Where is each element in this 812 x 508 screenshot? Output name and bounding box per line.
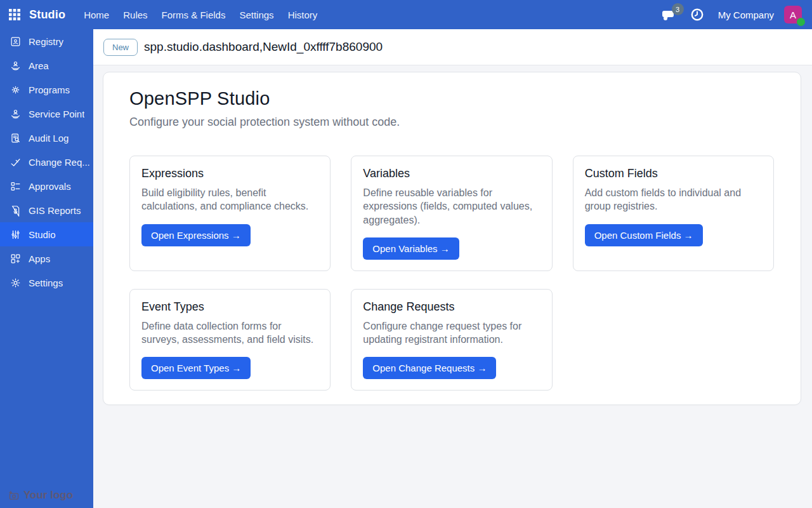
card-change-requests: Change Requests Configure change request… bbox=[351, 289, 552, 391]
gear-flower-icon bbox=[9, 83, 22, 96]
sidebar-item-label: Audit Log bbox=[29, 133, 69, 144]
sidebar-item-change-requests[interactable]: Change Req... bbox=[0, 150, 93, 174]
apps-plus-icon bbox=[9, 252, 22, 265]
messages-count-badge: 3 bbox=[672, 3, 684, 15]
app-title: Studio bbox=[29, 8, 65, 22]
record-status-badge[interactable]: New bbox=[103, 39, 138, 56]
apps-grid-icon bbox=[9, 9, 20, 20]
card-custom-fields: Custom Fields Add custom fields to indiv… bbox=[573, 156, 774, 271]
sidebar-item-label: Service Point bbox=[29, 109, 84, 119]
clipboard-magnifier-icon bbox=[9, 131, 22, 144]
checklist-icon bbox=[9, 180, 22, 192]
logo-text: Your logo bbox=[23, 489, 73, 502]
nav-settings[interactable]: Settings bbox=[232, 1, 280, 29]
card-description: Define reusable variables for expression… bbox=[363, 186, 540, 227]
clock-icon bbox=[690, 8, 704, 22]
sidebar-item-label: Approvals bbox=[29, 181, 71, 192]
record-title[interactable]: spp.studio.dashboard,NewId_0xffff7b86090… bbox=[144, 40, 383, 54]
sliders-icon bbox=[9, 228, 22, 241]
user-menu[interactable]: A bbox=[784, 6, 802, 23]
map-report-icon bbox=[9, 204, 22, 217]
nav-rules[interactable]: Rules bbox=[116, 1, 154, 29]
sidebar-item-apps[interactable]: Apps bbox=[0, 246, 93, 271]
card-description: Define data collection forms for surveys… bbox=[141, 319, 318, 347]
hand-person-icon bbox=[9, 107, 22, 120]
open-change-requests-button[interactable]: Open Change Requests → bbox=[363, 357, 496, 379]
card-title: Variables bbox=[363, 167, 410, 180]
sidebar-item-area[interactable]: Area bbox=[0, 53, 93, 77]
dashboard-cards: Expressions Build eligibility rules, ben… bbox=[129, 156, 774, 391]
card-variables: Variables Define reusable variables for … bbox=[351, 156, 552, 271]
sidebar: Registry Area Programs Service Point bbox=[0, 29, 93, 508]
breadcrumb: New spp.studio.dashboard,NewId_0xffff7b8… bbox=[93, 29, 812, 65]
apps-grid-button[interactable] bbox=[0, 0, 29, 29]
sidebar-item-programs[interactable]: Programs bbox=[0, 77, 93, 102]
hand-person-icon bbox=[9, 59, 22, 72]
sidebar-item-gis-reports[interactable]: GIS Reports bbox=[0, 198, 93, 222]
sidebar-item-label: Studio bbox=[29, 229, 56, 240]
open-variables-button[interactable]: Open Variables → bbox=[363, 237, 459, 260]
card-description: Configure change request types for updat… bbox=[363, 319, 540, 347]
sidebar-item-approvals[interactable]: Approvals bbox=[0, 174, 93, 198]
open-event-types-button[interactable]: Open Event Types → bbox=[141, 357, 251, 379]
company-logo-placeholder: Your logo bbox=[8, 489, 73, 502]
sidebar-item-label: Change Req... bbox=[29, 157, 90, 168]
sidebar-item-settings[interactable]: Settings bbox=[0, 271, 93, 295]
presence-status-dot bbox=[797, 18, 805, 26]
card-title: Custom Fields bbox=[585, 167, 658, 180]
card-title: Change Requests bbox=[363, 300, 454, 314]
card-title: Event Types bbox=[141, 300, 204, 314]
card-description: Build eligibility rules, benefit calcula… bbox=[141, 186, 318, 213]
card-expressions: Expressions Build eligibility rules, ben… bbox=[129, 156, 331, 271]
sidebar-item-label: GIS Reports bbox=[29, 205, 81, 216]
studio-dashboard-panel: OpenSPP Studio Configure your social pro… bbox=[103, 72, 801, 405]
sidebar-item-label: Area bbox=[29, 60, 49, 71]
open-expressions-button[interactable]: Open Expressions → bbox=[141, 224, 251, 246]
sidebar-item-service-point[interactable]: Service Point bbox=[0, 102, 93, 126]
main-content: New spp.studio.dashboard,NewId_0xffff7b8… bbox=[93, 29, 812, 508]
sidebar-item-label: Registry bbox=[29, 36, 63, 47]
page-subtitle: Configure your social protection system … bbox=[129, 116, 774, 129]
nav-forms-fields[interactable]: Forms & Fields bbox=[155, 1, 233, 29]
id-card-icon bbox=[9, 35, 22, 48]
top-navbar: Studio Home Rules Forms & Fields Setting… bbox=[0, 0, 812, 29]
gear-icon bbox=[9, 276, 22, 289]
sidebar-item-audit-log[interactable]: Audit Log bbox=[0, 126, 93, 150]
nav-home[interactable]: Home bbox=[77, 1, 116, 29]
sidebar-item-label: Programs bbox=[29, 84, 70, 95]
messages-button[interactable]: 3 bbox=[658, 0, 680, 29]
check-pen-icon bbox=[9, 156, 22, 168]
open-custom-fields-button[interactable]: Open Custom Fields → bbox=[585, 224, 703, 246]
sidebar-item-label: Settings bbox=[29, 277, 63, 288]
activity-clock-button[interactable] bbox=[686, 0, 708, 29]
card-description: Add custom fields to individual and grou… bbox=[585, 186, 762, 213]
camera-plus-icon bbox=[8, 490, 20, 500]
nav-history[interactable]: History bbox=[281, 1, 325, 29]
sidebar-item-label: Apps bbox=[29, 253, 50, 264]
page-title: OpenSPP Studio bbox=[129, 88, 774, 109]
sidebar-item-registry[interactable]: Registry bbox=[0, 29, 93, 53]
card-event-types: Event Types Define data collection forms… bbox=[129, 289, 331, 391]
card-title: Expressions bbox=[141, 167, 204, 180]
company-switcher[interactable]: My Company bbox=[714, 10, 778, 20]
sidebar-item-studio[interactable]: Studio bbox=[0, 222, 93, 246]
